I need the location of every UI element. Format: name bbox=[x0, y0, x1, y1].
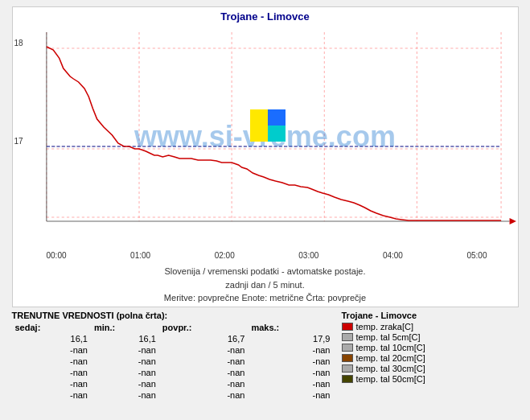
cell-sedaj-1: -nan bbox=[12, 344, 92, 356]
x-label-3: 03:00 bbox=[298, 251, 318, 260]
legend-label-3: temp. tal 20cm[C] bbox=[356, 353, 425, 363]
cell-sedaj-5: -nan bbox=[12, 389, 92, 401]
cell-min-2: -nan bbox=[91, 356, 159, 367]
legend-item-5: temp. tal 50cm[C] bbox=[342, 374, 519, 384]
chart-container: Trojane - Limovce 18 17 bbox=[12, 6, 519, 307]
legend-label-4: temp. tal 30cm[C] bbox=[356, 364, 425, 373]
cell-sedaj-0: 16,1 bbox=[12, 333, 92, 344]
cell-povpr-5: -nan bbox=[159, 389, 249, 401]
legend-label-5: temp. tal 50cm[C] bbox=[356, 374, 425, 384]
col-header-sedaj: sedaj: bbox=[12, 322, 92, 333]
legend-item-1: temp. tal 5cm[C] bbox=[342, 332, 519, 342]
table-row: -nan -nan -nan -nan bbox=[12, 356, 334, 367]
cell-maks-4: -nan bbox=[248, 378, 333, 389]
page-container: Trojane - Limovce 18 17 bbox=[0, 0, 530, 420]
subtitle-line-1: Slovenija / vremenski podatki - avtomats… bbox=[164, 266, 365, 276]
legend-title: Trojane - Limovce bbox=[342, 311, 519, 320]
chart-title: Trojane - Limovce bbox=[13, 7, 518, 24]
cell-sedaj-4: -nan bbox=[12, 378, 92, 389]
cell-min-3: -nan bbox=[91, 367, 159, 378]
cell-min-1: -nan bbox=[91, 344, 159, 356]
y-label-17: 17 bbox=[14, 137, 23, 146]
subtitle-line-2: zadnji dan / 5 minut. bbox=[225, 280, 304, 290]
legend-item-3: temp. tal 20cm[C] bbox=[342, 353, 519, 363]
legend-item-4: temp. tal 30cm[C] bbox=[342, 364, 519, 373]
cell-min-0: 16,1 bbox=[91, 333, 159, 344]
chart-subtitle: Slovenija / vremenski podatki - avtomats… bbox=[13, 265, 518, 305]
table-body: 16,1 16,1 16,7 17,9 -nan -nan -nan -nan … bbox=[12, 333, 334, 401]
cell-min-4: -nan bbox=[91, 378, 159, 389]
col-header-povpr: povpr.: bbox=[159, 322, 249, 333]
cell-povpr-4: -nan bbox=[159, 378, 249, 389]
subtitle-line-3: Meritve: povprečne Enote: metrične Črta:… bbox=[164, 293, 366, 303]
table-row: -nan -nan -nan -nan bbox=[12, 378, 334, 389]
legend-item-0: temp. zraka[C] bbox=[342, 322, 519, 331]
cell-povpr-2: -nan bbox=[159, 356, 249, 367]
cell-maks-2: -nan bbox=[248, 356, 333, 367]
legend-color-4 bbox=[342, 364, 353, 373]
legend-section: Trojane - Limovce temp. zraka[C] temp. t… bbox=[342, 311, 519, 401]
x-label-1: 01:00 bbox=[130, 251, 150, 260]
cell-povpr-0: 16,7 bbox=[159, 333, 249, 344]
cell-povpr-3: -nan bbox=[159, 367, 249, 378]
x-label-4: 04:00 bbox=[383, 251, 403, 260]
logo-cyan bbox=[268, 126, 286, 142]
legend-color-2 bbox=[342, 344, 353, 352]
chart-area: 18 17 bbox=[13, 24, 518, 249]
table-row: -nan -nan -nan -nan bbox=[12, 367, 334, 378]
bottom-section: TRENUTNE VREDNOSTI (polna črta): sedaj: … bbox=[12, 311, 519, 401]
x-label-2: 02:00 bbox=[215, 251, 235, 260]
table-row: -nan -nan -nan -nan bbox=[12, 344, 334, 356]
col-header-maks: maks.: bbox=[248, 322, 333, 333]
data-table: sedaj: min.: povpr.: maks.: 16,1 16,1 16… bbox=[12, 322, 334, 401]
col-header-min: min.: bbox=[91, 322, 159, 333]
cell-maks-5: -nan bbox=[248, 389, 333, 401]
table-row: -nan -nan -nan -nan bbox=[12, 389, 334, 401]
cell-sedaj-2: -nan bbox=[12, 356, 92, 367]
cell-maks-0: 17,9 bbox=[248, 333, 333, 344]
cell-povpr-1: -nan bbox=[159, 344, 249, 356]
table-row: 16,1 16,1 16,7 17,9 bbox=[12, 333, 334, 344]
legend-color-3 bbox=[342, 354, 353, 362]
cell-maks-1: -nan bbox=[248, 344, 333, 356]
legend-color-0 bbox=[342, 323, 353, 331]
cell-min-5: -nan bbox=[91, 389, 159, 401]
logo-box bbox=[250, 109, 286, 142]
logo-yellow bbox=[250, 109, 268, 142]
legend-item-2: temp. tal 10cm[C] bbox=[342, 343, 519, 352]
legend-label-1: temp. tal 5cm[C] bbox=[356, 332, 421, 342]
y-label-18: 18 bbox=[14, 39, 23, 47]
cell-maks-3: -nan bbox=[248, 367, 333, 378]
x-label-5: 05:00 bbox=[466, 251, 487, 260]
section-header: TRENUTNE VREDNOSTI (polna črta): bbox=[12, 311, 334, 320]
cell-sedaj-3: -nan bbox=[12, 367, 92, 378]
legend-color-1 bbox=[342, 333, 353, 341]
legend-label-2: temp. tal 10cm[C] bbox=[356, 343, 425, 352]
logo-blue bbox=[268, 109, 286, 126]
legend-label-0: temp. zraka[C] bbox=[356, 322, 414, 331]
table-header-row: sedaj: min.: povpr.: maks.: bbox=[12, 322, 334, 333]
x-axis-labels: 00:00 01:00 02:00 03:00 04:00 05:00 bbox=[13, 249, 518, 261]
legend-color-5 bbox=[342, 375, 353, 383]
stats-table: TRENUTNE VREDNOSTI (polna črta): sedaj: … bbox=[12, 311, 334, 401]
x-label-0: 00:00 bbox=[47, 251, 67, 260]
